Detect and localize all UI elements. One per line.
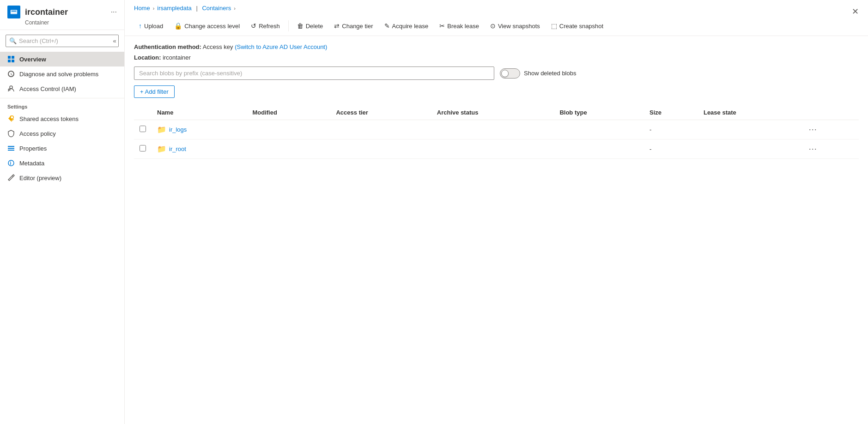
row-size: - <box>644 120 698 139</box>
row-modified <box>247 139 330 159</box>
svg-rect-0 <box>11 10 17 14</box>
row-name: ir_logs <box>169 126 187 133</box>
create-snapshot-button[interactable]: ⬚ Create snapshot <box>546 20 608 32</box>
folder-link[interactable]: 📁 ir_logs <box>157 125 241 134</box>
sidebar-item-overview-label: Overview <box>19 56 46 63</box>
table-col-access-tier: Access tier <box>330 105 431 120</box>
refresh-icon: ↺ <box>251 22 256 30</box>
access-policy-icon <box>7 130 15 137</box>
table-col-lease-state: Lease state <box>698 105 801 120</box>
auth-method: Access key <box>203 43 233 50</box>
breadcrumb-containers[interactable]: Containers <box>202 5 231 12</box>
resource-name: ircontainer <box>25 7 68 17</box>
refresh-button[interactable]: ↺ Refresh <box>246 20 285 32</box>
table-row: 📁 ir_root - ··· <box>134 139 859 159</box>
toggle-thumb <box>501 70 509 77</box>
table-col-archive-status: Archive status <box>431 105 554 120</box>
lock-icon: 🔒 <box>174 22 182 30</box>
overview-icon <box>7 55 15 63</box>
add-filter-button[interactable]: + Add filter <box>134 85 175 98</box>
search-input[interactable] <box>6 35 119 47</box>
more-options-icon[interactable]: ··· <box>111 8 117 16</box>
svg-rect-3 <box>12 56 14 59</box>
show-deleted-blobs-toggle[interactable] <box>500 68 520 79</box>
resource-type: Container <box>7 19 117 26</box>
svg-point-6 <box>10 86 12 89</box>
sidebar-item-metadata[interactable]: i Metadata <box>0 156 124 170</box>
properties-nav-wrap: Properties <box>0 141 124 156</box>
svg-rect-1 <box>12 11 17 12</box>
auth-label: Authentication method: <box>134 43 201 50</box>
breadcrumb-home[interactable]: Home <box>134 5 150 12</box>
break-lease-button[interactable]: ✂ Break lease <box>435 20 484 32</box>
close-button[interactable]: ✕ <box>852 6 859 17</box>
resource-header: ircontainer ··· Container <box>0 0 124 30</box>
main-content: Home › irsampledata | Containers › ↑ Upl… <box>125 0 868 424</box>
content-area: Authentication method: Access key (Switc… <box>125 36 868 424</box>
folder-icon: 📁 <box>157 145 166 153</box>
delete-button[interactable]: 🗑 Delete <box>292 20 328 32</box>
svg-rect-8 <box>8 146 14 147</box>
create-snapshot-icon: ⬚ <box>551 22 557 30</box>
toolbar: ↑ Upload 🔒 Change access level ↺ Refresh… <box>125 16 868 36</box>
switch-auth-link[interactable]: (Switch to Azure AD User Account) <box>235 43 327 50</box>
row-more-options-button[interactable]: ··· <box>806 143 820 155</box>
upload-icon: ↑ <box>139 22 142 30</box>
shared-access-tokens-icon <box>7 115 15 122</box>
editor-icon <box>7 174 15 182</box>
search-box: 🔍 « <box>6 35 119 47</box>
toolbar-separator-1 <box>288 20 289 31</box>
svg-text:i: i <box>10 161 12 166</box>
folder-link[interactable]: 📁 ir_root <box>157 145 241 153</box>
sidebar-item-access-policy[interactable]: Access policy <box>0 126 124 141</box>
svg-rect-2 <box>8 56 11 59</box>
acquire-lease-button[interactable]: ✎ Acquire lease <box>380 20 433 32</box>
upload-button[interactable]: ↑ Upload <box>134 20 168 32</box>
table-col-actions <box>801 105 859 120</box>
sidebar-item-overview[interactable]: Overview <box>0 52 124 67</box>
row-more-options-button[interactable]: ··· <box>806 124 820 135</box>
row-modified <box>247 120 330 139</box>
change-tier-icon: ⇄ <box>334 22 340 30</box>
break-lease-icon: ✂ <box>439 22 445 30</box>
settings-section-header: Settings <box>0 98 124 111</box>
breadcrumb: Home › irsampledata | Containers › <box>125 0 868 16</box>
location-label: Location: <box>134 54 161 61</box>
blob-search-input[interactable] <box>134 67 494 80</box>
sidebar-item-diagnose[interactable]: Diagnose and solve problems <box>0 67 124 81</box>
view-snapshots-button[interactable]: ⊙ View snapshots <box>486 20 545 32</box>
table-body: 📁 ir_logs - ··· 📁 ir_root - <box>134 120 859 159</box>
row-checkbox[interactable] <box>140 145 146 151</box>
row-size: - <box>644 139 698 159</box>
blob-table: Name Modified Access tier Archive status… <box>134 105 859 159</box>
show-deleted-blobs-label: Show deleted blobs <box>524 70 576 77</box>
folder-icon: 📁 <box>157 125 166 134</box>
sidebar-item-metadata-label: Metadata <box>19 160 44 167</box>
change-access-level-button[interactable]: 🔒 Change access level <box>170 20 244 32</box>
delete-icon: 🗑 <box>297 22 303 30</box>
change-tier-button[interactable]: ⇄ Change tier <box>329 20 377 32</box>
sidebar-item-editor[interactable]: Editor (preview) <box>0 170 124 185</box>
table-row: 📁 ir_logs - ··· <box>134 120 859 139</box>
collapse-sidebar-button[interactable]: « <box>110 36 119 46</box>
sidebar-item-shared-access-tokens[interactable]: Shared access tokens <box>0 111 124 126</box>
table-col-blob-type: Blob type <box>554 105 644 120</box>
svg-rect-9 <box>8 148 14 149</box>
search-icon: 🔍 <box>9 37 17 44</box>
resource-icon <box>7 6 20 18</box>
breadcrumb-sep2: | <box>194 5 200 12</box>
metadata-icon: i <box>7 159 15 167</box>
sidebar-item-editor-label: Editor (preview) <box>19 175 61 182</box>
breadcrumb-storage[interactable]: irsampledata <box>157 5 191 12</box>
row-archive-status <box>431 120 554 139</box>
row-name: ir_root <box>169 145 186 152</box>
table-col-name: Name <box>152 105 247 120</box>
row-blob-type <box>554 120 644 139</box>
table-col-size: Size <box>644 105 698 120</box>
location-info: Location: ircontainer <box>134 54 859 61</box>
breadcrumb-sep1: › <box>153 6 155 11</box>
sidebar-item-properties[interactable]: Properties <box>0 141 124 156</box>
row-checkbox[interactable] <box>140 126 146 132</box>
sidebar-item-access-control[interactable]: Access Control (IAM) <box>0 81 124 96</box>
svg-rect-10 <box>8 150 14 151</box>
